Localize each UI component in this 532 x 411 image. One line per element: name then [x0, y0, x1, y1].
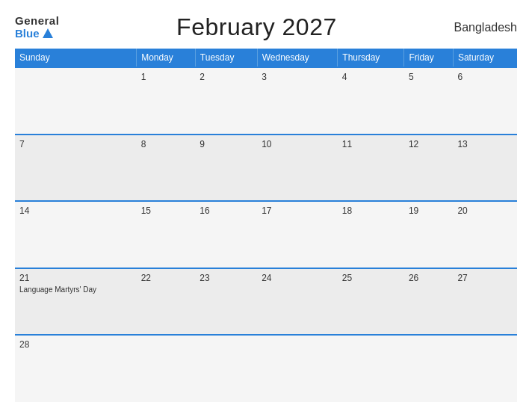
- day-number: 26: [409, 273, 449, 283]
- calendar-cell: 9: [195, 135, 257, 202]
- day-number: 5: [409, 72, 449, 82]
- calendar-cell: 4: [338, 67, 404, 135]
- calendar-cell: 20: [453, 201, 517, 268]
- day-number: 21: [19, 273, 132, 283]
- calendar-cell: 22: [137, 268, 196, 336]
- day-number: 22: [141, 273, 191, 283]
- calendar-week-row: 78910111213: [15, 135, 517, 202]
- country-label: Bangladesh: [454, 21, 517, 34]
- calendar-cell: 3: [257, 67, 338, 135]
- calendar-cell: 18: [338, 201, 404, 268]
- day-number: 12: [409, 139, 449, 149]
- header: General Blue February 2027 Bangladesh: [15, 13, 517, 41]
- col-tuesday: Tuesday: [195, 49, 257, 67]
- day-number: 15: [141, 206, 191, 216]
- day-number: 10: [262, 139, 333, 149]
- calendar-cell: 25: [338, 268, 404, 336]
- col-thursday: Thursday: [338, 49, 404, 67]
- calendar-cell: 26: [404, 268, 454, 336]
- day-number: 6: [457, 72, 513, 82]
- calendar-cell: [338, 335, 404, 402]
- calendar-cell: 23: [195, 268, 257, 336]
- day-number: 2: [200, 72, 253, 82]
- calendar-cell: 21Language Martyrs' Day: [15, 268, 137, 336]
- calendar-cell: 5: [404, 67, 454, 135]
- calendar-cell: 16: [195, 201, 257, 268]
- day-number: 3: [262, 72, 333, 82]
- calendar-week-row: 28: [15, 335, 517, 402]
- col-saturday: Saturday: [453, 49, 517, 67]
- calendar-cell: 27: [453, 268, 517, 336]
- calendar-cell: 2: [195, 67, 257, 135]
- day-number: 19: [409, 206, 449, 216]
- day-number: 11: [342, 139, 400, 149]
- day-number: 7: [19, 139, 132, 149]
- calendar-week-row: 14151617181920: [15, 201, 517, 268]
- calendar-cell: [453, 335, 517, 402]
- calendar-table: Sunday Monday Tuesday Wednesday Thursday…: [15, 49, 517, 402]
- day-number: 1: [141, 72, 191, 82]
- calendar-cell: [195, 335, 257, 402]
- calendar-cell: 15: [137, 201, 196, 268]
- calendar-header-row: Sunday Monday Tuesday Wednesday Thursday…: [15, 49, 517, 67]
- day-number: 24: [262, 273, 333, 283]
- calendar-cell: 6: [453, 67, 517, 135]
- calendar-page: General Blue February 2027 Bangladesh Su…: [0, 0, 532, 411]
- calendar-cell: 14: [15, 201, 137, 268]
- logo-general-text: General: [15, 15, 59, 28]
- calendar-cell: 24: [257, 268, 338, 336]
- day-number: 20: [457, 206, 513, 216]
- col-wednesday: Wednesday: [257, 49, 338, 67]
- col-monday: Monday: [137, 49, 196, 67]
- day-number: 8: [141, 139, 191, 149]
- day-number: 4: [342, 72, 400, 82]
- calendar-cell: [15, 67, 137, 135]
- calendar-title: February 2027: [176, 13, 337, 41]
- day-number: 14: [19, 206, 132, 216]
- calendar-cell: 8: [137, 135, 196, 202]
- day-number: 16: [200, 206, 253, 216]
- calendar-cell: 1: [137, 67, 196, 135]
- logo: General Blue: [15, 15, 59, 40]
- calendar-cell: 10: [257, 135, 338, 202]
- calendar-cell: 28: [15, 335, 137, 402]
- calendar-cell: [257, 335, 338, 402]
- calendar-week-row: 21Language Martyrs' Day222324252627: [15, 268, 517, 336]
- logo-triangle-icon: [43, 28, 53, 38]
- day-number: 27: [457, 273, 513, 283]
- calendar-week-row: 123456: [15, 67, 517, 135]
- event-text: Language Martyrs' Day: [19, 285, 132, 294]
- col-sunday: Sunday: [15, 49, 137, 67]
- calendar-cell: [137, 335, 196, 402]
- col-friday: Friday: [404, 49, 454, 67]
- calendar-cell: 13: [453, 135, 517, 202]
- day-number: 17: [262, 206, 333, 216]
- day-number: 9: [200, 139, 253, 149]
- logo-blue-text: Blue: [15, 28, 59, 40]
- calendar-cell: 19: [404, 201, 454, 268]
- calendar-cell: [404, 335, 454, 402]
- calendar-cell: 7: [15, 135, 137, 202]
- calendar-cell: 12: [404, 135, 454, 202]
- day-number: 23: [200, 273, 253, 283]
- day-number: 28: [19, 339, 132, 350]
- calendar-cell: 17: [257, 201, 338, 268]
- day-number: 18: [342, 206, 400, 216]
- day-number: 25: [342, 273, 400, 283]
- day-number: 13: [457, 139, 513, 149]
- calendar-cell: 11: [338, 135, 404, 202]
